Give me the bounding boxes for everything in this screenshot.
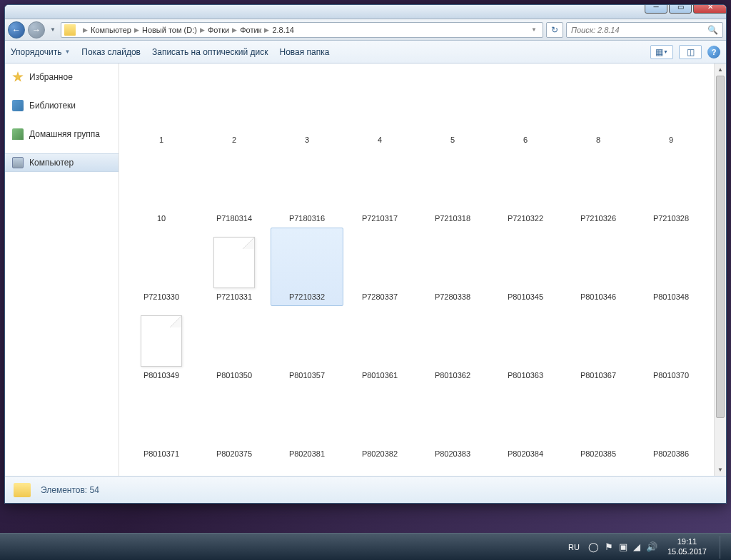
file-item[interactable]: P7210326 <box>562 149 635 228</box>
file-item[interactable]: P8010345 <box>489 228 562 306</box>
volume-icon[interactable]: 🔊 <box>646 541 657 552</box>
folder-icon <box>64 24 76 36</box>
file-item[interactable]: P8020387 <box>125 463 198 476</box>
back-button[interactable]: ← <box>8 21 25 39</box>
preview-pane-button[interactable]: ◫ <box>679 45 702 59</box>
file-item[interactable]: P8010348 <box>635 228 707 306</box>
file-item[interactable]: 4 <box>343 71 416 149</box>
file-item[interactable]: P8010367 <box>562 306 635 385</box>
file-item[interactable]: P7210330 <box>125 228 198 306</box>
file-name-label: 4 <box>378 136 382 144</box>
file-item[interactable]: 3 <box>271 71 343 149</box>
slideshow-button[interactable]: Показ слайдов <box>81 47 141 57</box>
file-item[interactable]: P7210331 <box>198 228 271 306</box>
forward-button[interactable]: → <box>28 21 45 39</box>
file-item[interactable]: P8010362 <box>416 306 489 385</box>
file-item[interactable]: P8020388 <box>198 463 271 476</box>
file-item[interactable]: P7210332 <box>271 228 343 306</box>
file-item[interactable]: P8020385 <box>562 385 635 463</box>
taskbar[interactable]: RU ◯ ⚑ ▣ ◢ 🔊 19:11 15.05.2017 <box>0 533 731 560</box>
maximize-button[interactable]: ▭ <box>669 4 692 14</box>
file-item[interactable]: P7180316 <box>271 149 343 228</box>
file-item[interactable]: P8010371 <box>125 385 198 463</box>
file-item[interactable]: P8010357 <box>271 306 343 385</box>
file-item[interactable]: P8010370 <box>635 306 707 385</box>
file-item[interactable]: P8020383 <box>416 385 489 463</box>
file-item[interactable]: P8020392 <box>343 463 416 476</box>
organize-menu[interactable]: Упорядочить ▼ <box>11 47 70 57</box>
new-folder-button[interactable]: Новая папка <box>279 47 329 57</box>
search-input[interactable] <box>571 26 707 34</box>
file-item[interactable]: P8020382 <box>343 385 416 463</box>
file-item[interactable]: P7210322 <box>489 149 562 228</box>
sidebar-item-libraries[interactable]: Библиотеки <box>5 96 119 115</box>
file-item[interactable]: P8020400 <box>562 463 635 476</box>
file-item[interactable]: P7280337 <box>343 228 416 306</box>
flag-icon[interactable]: ⚑ <box>605 541 613 552</box>
file-item[interactable]: P8020381 <box>271 385 343 463</box>
file-item[interactable]: P7210318 <box>416 149 489 228</box>
breadcrumb[interactable]: Новый том (D:) <box>142 26 197 34</box>
chevron-right-icon[interactable]: ▶ <box>83 26 88 34</box>
scrollbar-thumb[interactable] <box>716 76 725 418</box>
file-item[interactable]: P7280338 <box>416 228 489 306</box>
scroll-up-button[interactable]: ▲ <box>715 63 726 76</box>
breadcrumb[interactable]: Фотик <box>240 26 261 34</box>
file-item[interactable]: P8020386 <box>635 385 707 463</box>
help-button[interactable]: ? <box>707 46 720 58</box>
breadcrumb[interactable]: 2.8.14 <box>272 26 294 34</box>
vertical-scrollbar[interactable]: ▲ ▼ <box>714 63 726 476</box>
power-icon[interactable]: ▣ <box>619 541 627 552</box>
tray-overflow-icon[interactable]: ◯ <box>588 541 599 552</box>
address-bar[interactable]: ▶ Компьютер ▶ Новый том (D:) ▶ Фотки ▶ Ф… <box>61 22 543 38</box>
sidebar-item-homegroup[interactable]: Домашняя группа <box>5 125 119 143</box>
show-desktop-button[interactable] <box>720 536 727 559</box>
search-box[interactable]: 🔍 <box>566 22 723 38</box>
file-list-pane[interactable]: 1234568910P7180314P7180316P7210317P72103… <box>119 63 726 476</box>
file-item[interactable]: P8020403 <box>635 463 707 476</box>
file-item[interactable]: P8020391 <box>271 463 343 476</box>
chevron-right-icon[interactable]: ▶ <box>134 26 139 34</box>
file-item[interactable]: P8020397 <box>416 463 489 476</box>
sidebar-item-favorites[interactable]: Избранное <box>5 68 119 86</box>
history-dropdown[interactable]: ▼ <box>48 21 58 39</box>
file-item[interactable]: 8 <box>562 71 635 149</box>
file-item[interactable]: P8010363 <box>489 306 562 385</box>
sidebar-label: Домашняя группа <box>29 129 100 139</box>
refresh-button[interactable]: ↻ <box>546 22 563 38</box>
file-item[interactable]: P8010361 <box>343 306 416 385</box>
network-icon[interactable]: ◢ <box>633 541 640 552</box>
file-item[interactable]: 5 <box>416 71 489 149</box>
file-item[interactable]: P7210328 <box>635 149 707 228</box>
minimize-button[interactable]: ─ <box>645 4 667 14</box>
sidebar-item-computer[interactable]: Компьютер <box>5 153 119 172</box>
file-item[interactable]: 6 <box>489 71 562 149</box>
file-item[interactable]: P8010349 <box>125 306 198 385</box>
file-item[interactable]: P8010350 <box>198 306 271 385</box>
file-item[interactable]: P8020384 <box>489 385 562 463</box>
file-item[interactable]: 1 <box>125 71 198 149</box>
file-item[interactable]: P8010346 <box>562 228 635 306</box>
file-item[interactable]: 10 <box>125 149 198 228</box>
file-item[interactable]: P7180314 <box>198 149 271 228</box>
chevron-right-icon[interactable]: ▶ <box>232 26 237 34</box>
file-item[interactable]: P7210317 <box>343 149 416 228</box>
language-indicator[interactable]: RU <box>565 541 583 553</box>
search-icon[interactable]: 🔍 <box>707 25 718 35</box>
titlebar[interactable]: ─ ▭ ✕ <box>5 5 726 19</box>
breadcrumb[interactable]: Компьютер <box>91 26 131 34</box>
breadcrumb[interactable]: Фотки <box>208 26 229 34</box>
clock[interactable]: 19:11 15.05.2017 <box>663 537 711 556</box>
file-item[interactable]: 2 <box>198 71 271 149</box>
chevron-right-icon[interactable]: ▶ <box>200 26 205 34</box>
close-button[interactable]: ✕ <box>693 4 727 14</box>
view-options-button[interactable]: ▦ ▼ <box>650 45 673 59</box>
scroll-down-button[interactable]: ▼ <box>715 464 726 476</box>
burn-button[interactable]: Записать на оптический диск <box>152 47 268 57</box>
file-name-label: P8020382 <box>362 449 398 458</box>
file-item[interactable]: P8020375 <box>198 385 271 463</box>
file-item[interactable]: 9 <box>635 71 707 149</box>
address-dropdown[interactable]: ▼ <box>528 26 540 33</box>
chevron-right-icon[interactable]: ▶ <box>264 26 269 34</box>
file-item[interactable]: P8020399 <box>489 463 562 476</box>
